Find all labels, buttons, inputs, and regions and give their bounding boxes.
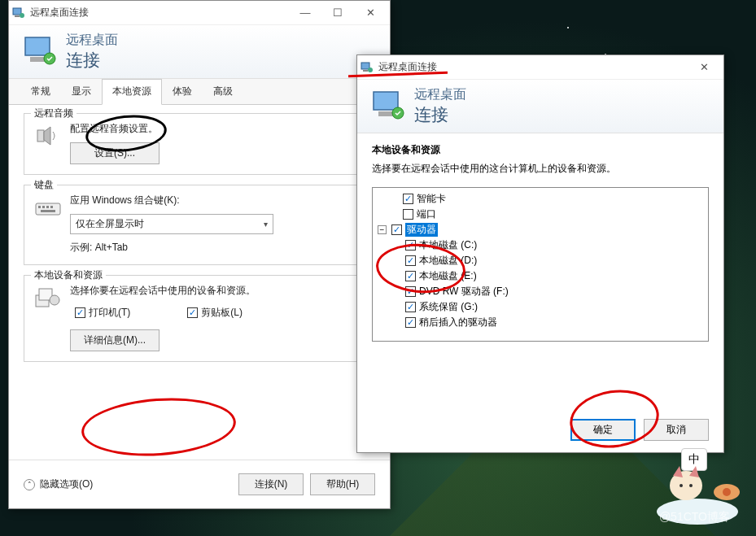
audio-desc: 配置远程音频设置。 <box>70 122 365 136</box>
rdp-details-window: 远程桌面连接 ✕ 远程桌面 连接 本地设备和资源 选择要在远程会话中使用的这台计… <box>356 54 724 453</box>
svg-rect-9 <box>42 206 45 208</box>
tab-experience[interactable]: 体验 <box>162 79 203 104</box>
svg-rect-19 <box>374 92 398 110</box>
group-devices-title: 本地设备和资源 <box>31 268 106 282</box>
group-audio-title: 远程音频 <box>31 107 76 120</box>
details-button[interactable]: 详细信息(M)... <box>70 329 160 351</box>
window-title: 远程桌面连接 <box>378 60 688 74</box>
chevron-down-icon: ▾ <box>264 220 268 229</box>
hide-options-toggle[interactable]: ˄ 隐藏选项(O) <box>24 477 93 491</box>
tree-item-drive-e[interactable]: ✓本地磁盘 (E:) <box>378 268 703 284</box>
svg-point-24 <box>680 484 683 487</box>
dialog-header: 远程桌面 连接 <box>9 25 390 79</box>
tab-local-resources[interactable]: 本地资源 <box>102 79 162 105</box>
svg-rect-16 <box>361 63 369 69</box>
keyboard-example: 示例: Alt+Tab <box>70 241 365 255</box>
rdp-icon <box>361 61 374 74</box>
titlebar: 远程桌面连接 — ☐ ✕ <box>9 1 390 25</box>
group-keyboard: 键盘 应用 Windows 组合键(K): 仅在全屏显示时 ▾ 示例: Alt+… <box>24 185 375 265</box>
tree-item-smartcard[interactable]: ✓智能卡 <box>378 191 703 207</box>
close-btn[interactable]: ✕ <box>354 2 387 24</box>
svg-point-15 <box>50 295 59 305</box>
chevron-up-icon: ˄ <box>24 479 35 490</box>
svg-point-25 <box>689 484 693 487</box>
audio-settings-button[interactable]: 设置(S)... <box>70 142 160 164</box>
help-button[interactable]: 帮助(H) <box>310 473 375 495</box>
rdp-large-icon <box>370 89 406 124</box>
rdp-main-window: 远程桌面连接 — ☐ ✕ 远程桌面 连接 常规 显示 本地资源 体验 高级 远程… <box>8 0 391 509</box>
svg-rect-6 <box>37 130 44 142</box>
tree-item-drive-d[interactable]: ✓本地磁盘 (D:) <box>378 253 703 268</box>
svg-rect-17 <box>363 70 368 72</box>
svg-rect-0 <box>13 8 21 15</box>
tree-item-port[interactable]: 端口 <box>378 207 703 222</box>
clipboard-checkbox[interactable]: ✓ 剪贴板(L) <box>187 306 243 320</box>
titlebar: 远程桌面连接 ✕ <box>357 55 723 80</box>
speaker-icon <box>34 122 62 150</box>
tab-display[interactable]: 显示 <box>61 79 102 104</box>
devices-icon <box>34 284 62 312</box>
tree-item-drive-g[interactable]: ✓系统保留 (G:) <box>378 299 703 315</box>
tab-advanced[interactable]: 高级 <box>203 79 243 104</box>
devices-desc: 选择你要在远程会话中使用的设备和资源。 <box>70 284 365 298</box>
svg-rect-1 <box>15 15 20 17</box>
svg-rect-7 <box>36 203 60 215</box>
section-desc: 选择要在远程会话中使用的这台计算机上的设备和资源。 <box>372 162 709 176</box>
tree-item-drive-later[interactable]: ✓稍后插入的驱动器 <box>378 315 703 330</box>
keyboard-icon <box>34 194 62 221</box>
ok-button[interactable]: 确定 <box>570 419 636 441</box>
tree-item-drives[interactable]: −✓驱动器 <box>378 222 703 237</box>
group-audio: 远程音频 配置远程音频设置。 设置(S)... <box>24 113 375 175</box>
tree-item-drive-f[interactable]: ✓DVD RW 驱动器 (F:) <box>378 284 703 299</box>
svg-rect-8 <box>38 206 41 208</box>
tab-general[interactable]: 常规 <box>20 79 61 104</box>
svg-point-18 <box>368 68 373 72</box>
header-line1: 远程桌面 <box>66 32 118 49</box>
tab-bar: 常规 显示 本地资源 体验 高级 <box>9 79 390 105</box>
group-devices: 本地设备和资源 选择你要在远程会话中使用的设备和资源。 ✓ 打印机(T) ✓ 剪… <box>24 275 375 362</box>
tree-item-drive-c[interactable]: ✓本地磁盘 (C:) <box>378 237 703 253</box>
svg-rect-4 <box>30 57 45 62</box>
group-keyboard-title: 键盘 <box>31 178 57 192</box>
svg-point-27 <box>723 488 731 496</box>
printer-checkbox[interactable]: ✓ 打印机(T) <box>75 306 130 320</box>
keyboard-combo-select[interactable]: 仅在全屏显示时 ▾ <box>70 214 273 234</box>
svg-rect-3 <box>25 37 50 55</box>
section-heading: 本地设备和资源 <box>372 143 709 157</box>
svg-point-2 <box>20 13 24 18</box>
dialog-header: 远程桌面 连接 <box>357 80 723 133</box>
collapse-icon[interactable]: − <box>378 225 387 234</box>
close-btn[interactable]: ✕ <box>688 56 720 79</box>
window-title: 远程桌面连接 <box>30 6 289 20</box>
watermark: @51CTO博客 <box>659 510 730 525</box>
header-line1: 远程桌面 <box>414 86 466 103</box>
rdp-icon <box>12 7 25 20</box>
minimize-btn[interactable]: — <box>289 2 321 24</box>
svg-rect-20 <box>378 111 393 116</box>
header-line2: 连接 <box>414 103 466 126</box>
maximize-btn[interactable]: ☐ <box>321 2 354 24</box>
keyboard-desc: 应用 Windows 组合键(K): <box>70 194 365 207</box>
connect-button[interactable]: 连接(N) <box>238 473 304 495</box>
rdp-large-icon <box>22 34 58 70</box>
svg-rect-11 <box>50 206 53 208</box>
device-tree[interactable]: ✓智能卡 端口 −✓驱动器 ✓本地磁盘 (C:) ✓本地磁盘 (D:) ✓本地磁… <box>372 187 709 342</box>
svg-rect-10 <box>46 206 49 208</box>
svg-rect-12 <box>41 210 55 212</box>
header-line2: 连接 <box>66 49 118 72</box>
cancel-button[interactable]: 取消 <box>644 419 709 441</box>
